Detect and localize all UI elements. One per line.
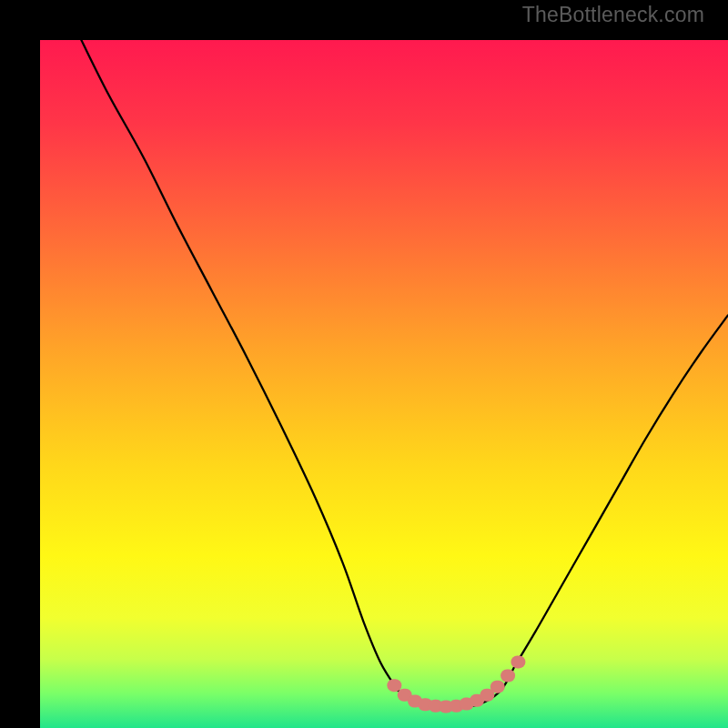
curve-right-branch bbox=[515, 315, 728, 666]
chart-curve-layer bbox=[40, 40, 728, 728]
plot-area bbox=[40, 40, 728, 728]
valley-marker bbox=[490, 681, 505, 693]
watermark-text: TheBottleneck.com bbox=[522, 3, 704, 27]
valley-marker bbox=[387, 679, 401, 692]
valley-marker bbox=[500, 670, 515, 682]
special-marker-dot bbox=[512, 656, 524, 668]
curve-left-branch bbox=[81, 40, 398, 690]
chart-frame bbox=[0, 0, 728, 728]
